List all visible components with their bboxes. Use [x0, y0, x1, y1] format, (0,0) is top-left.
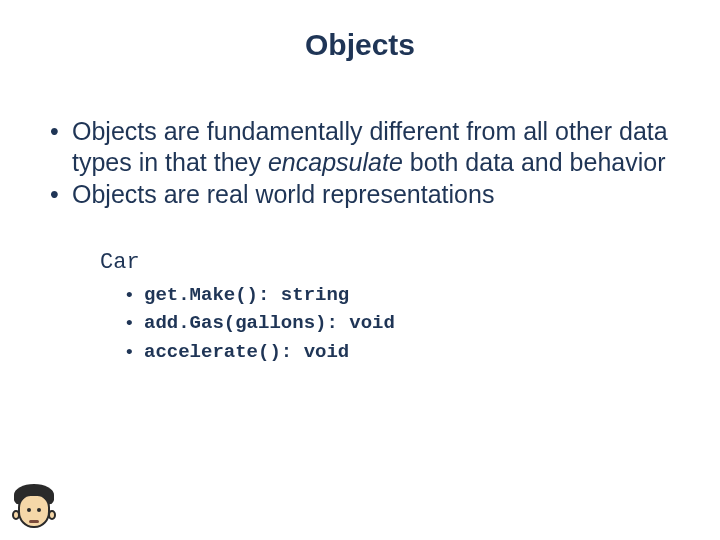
bullet-text-post: both data and behavior — [403, 148, 666, 176]
example-block: Car get.Make(): string add.Gas(gallons):… — [100, 250, 670, 367]
method-item: add.Gas(gallons): void — [126, 309, 670, 338]
slide: Objects Objects are fundamentally differ… — [0, 0, 720, 540]
avatar-icon — [8, 482, 60, 536]
method-item: accelerate(): void — [126, 338, 670, 367]
slide-title: Objects — [0, 28, 720, 62]
method-list: get.Make(): string add.Gas(gallons): voi… — [126, 281, 670, 367]
bullet-text-em: encapsulate — [268, 148, 403, 176]
bottom-arc-white — [270, 435, 720, 540]
example-class-name: Car — [100, 250, 670, 275]
bullet-item: Objects are real world representations — [50, 179, 670, 210]
top-arc-white — [0, 0, 500, 130]
bullet-text: Objects are real world representations — [72, 180, 494, 208]
bullet-item: Objects are fundamentally different from… — [50, 116, 670, 177]
bullet-list: Objects are fundamentally different from… — [50, 116, 670, 210]
method-item: get.Make(): string — [126, 281, 670, 310]
slide-content: Objects are fundamentally different from… — [50, 116, 670, 366]
